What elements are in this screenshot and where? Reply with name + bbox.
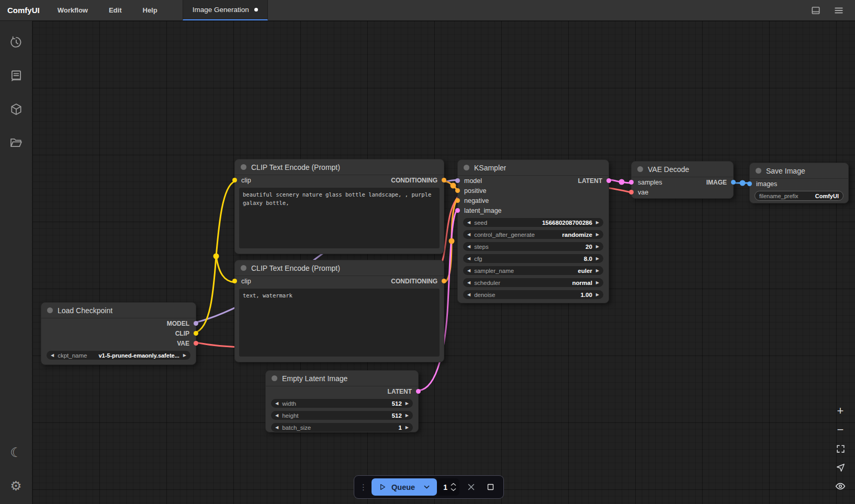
- node-clip-text-encode-negative[interactable]: CLIP Text Encode (Prompt) clip CONDITION…: [234, 260, 444, 362]
- node-header[interactable]: Empty Latent Image: [266, 371, 418, 386]
- reroute-dot-image[interactable]: [740, 180, 746, 186]
- increment-arrow-icon[interactable]: ▶: [406, 426, 409, 430]
- widget-filename-prefix[interactable]: filename_prefix ComfyUI: [755, 191, 843, 201]
- node-header[interactable]: Save Image: [750, 163, 848, 179]
- increment-arrow-icon[interactable]: ▶: [596, 221, 599, 225]
- node-canvas[interactable]: Load Checkpoint MODEL CLIP VAE ◀ ckpt_na…: [32, 21, 855, 504]
- decrement-arrow-icon[interactable]: ◀: [275, 414, 278, 418]
- negative-prompt-textarea[interactable]: text, watermark: [239, 289, 440, 357]
- input-slot-negative[interactable]: [455, 198, 460, 203]
- node-header[interactable]: KSampler: [458, 160, 609, 176]
- increment-arrow-icon[interactable]: ▶: [596, 245, 599, 249]
- decrement-arrow-icon[interactable]: ◀: [275, 426, 278, 430]
- model-library-icon[interactable]: [4, 97, 28, 121]
- decrement-arrow-icon[interactable]: ◀: [467, 269, 470, 273]
- widget-width[interactable]: ◀ width 512 ▶: [271, 398, 413, 408]
- stop-interrupt-icon[interactable]: [483, 480, 498, 495]
- node-load-checkpoint[interactable]: Load Checkpoint MODEL CLIP VAE ◀ ckpt_na…: [41, 302, 196, 365]
- clear-queue-icon[interactable]: [464, 480, 479, 495]
- input-slot-images[interactable]: [747, 181, 752, 186]
- input-slot-latent-image[interactable]: [455, 208, 460, 213]
- decrement-arrow-icon[interactable]: ◀: [467, 281, 470, 285]
- node-library-icon[interactable]: [4, 64, 28, 88]
- collapse-dot[interactable]: [241, 164, 246, 170]
- output-slot-latent[interactable]: [606, 178, 611, 183]
- output-slot-image[interactable]: [731, 180, 736, 185]
- hamburger-menu-icon[interactable]: [830, 3, 848, 18]
- widget-denoise[interactable]: ◀ denoise 1.00 ▶: [463, 290, 604, 300]
- increment-arrow-icon[interactable]: ▶: [406, 414, 409, 418]
- increment-arrow-icon[interactable]: ▶: [183, 353, 186, 358]
- select-mode-arrow-icon[interactable]: [833, 460, 848, 475]
- collapse-dot[interactable]: [637, 166, 643, 172]
- decrement-arrow-icon[interactable]: ◀: [51, 353, 54, 358]
- batch-count-input[interactable]: 1: [437, 478, 459, 496]
- fit-view-icon[interactable]: [833, 441, 848, 456]
- input-slot-samples[interactable]: [629, 180, 634, 185]
- widget-steps[interactable]: ◀ steps 20 ▶: [463, 242, 604, 251]
- widget-sampler-name[interactable]: ◀ sampler_name euler ▶: [463, 266, 604, 276]
- collapse-dot[interactable]: [756, 168, 761, 174]
- widget-ckpt-name[interactable]: ◀ ckpt_name v1-5-pruned-emaonly.safete..…: [46, 350, 191, 360]
- widget-cfg[interactable]: ◀ cfg 8.0 ▶: [463, 254, 604, 264]
- input-slot-positive[interactable]: [455, 188, 460, 193]
- widget-control-after-generate[interactable]: ◀ control_after_generate randomize ▶: [463, 230, 604, 239]
- drag-handle-icon[interactable]: ⋮: [359, 483, 367, 492]
- menu-edit[interactable]: Edit: [98, 0, 132, 20]
- reroute-dot-latent[interactable]: [619, 179, 625, 185]
- collapse-dot[interactable]: [47, 307, 53, 313]
- menu-help[interactable]: Help: [132, 0, 168, 20]
- widget-batch-size[interactable]: ◀ batch_size 1 ▶: [271, 422, 413, 432]
- decrement-arrow-icon[interactable]: ◀: [275, 402, 278, 406]
- toggle-visibility-eye-icon[interactable]: [833, 479, 848, 494]
- collapse-dot[interactable]: [241, 265, 246, 271]
- zoom-in-icon[interactable]: +: [833, 404, 848, 418]
- theme-toggle-moon-icon[interactable]: ☾: [4, 440, 28, 464]
- menu-workflow[interactable]: Workflow: [47, 0, 98, 20]
- output-slot-conditioning[interactable]: [442, 279, 446, 283]
- increment-arrow-icon[interactable]: ▶: [596, 281, 599, 285]
- queue-history-icon[interactable]: [4, 30, 28, 54]
- workflows-folder-icon[interactable]: [4, 131, 28, 155]
- widget-scheduler[interactable]: ◀ scheduler normal ▶: [463, 278, 604, 288]
- bottom-panel-toggle-icon[interactable]: [807, 3, 825, 18]
- node-header[interactable]: CLIP Text Encode (Prompt): [235, 260, 444, 276]
- input-slot-clip[interactable]: [232, 178, 237, 182]
- input-slot-model[interactable]: [455, 178, 460, 183]
- positive-prompt-textarea[interactable]: beautiful scenery nature glass bottle la…: [239, 188, 440, 248]
- reroute-dot-negative[interactable]: [449, 238, 455, 244]
- node-header[interactable]: VAE Decode: [632, 162, 733, 177]
- decrement-arrow-icon[interactable]: ◀: [467, 245, 470, 249]
- decrement-arrow-icon[interactable]: ◀: [467, 233, 470, 237]
- output-slot-clip[interactable]: [194, 331, 198, 336]
- output-slot-latent[interactable]: [416, 389, 421, 394]
- step-down-icon[interactable]: [451, 488, 456, 491]
- settings-gear-icon[interactable]: ⚙: [4, 474, 28, 498]
- node-save-image[interactable]: Save Image images filename_prefix ComfyU…: [749, 163, 849, 203]
- node-empty-latent-image[interactable]: Empty Latent Image LATENT ◀ width 512 ▶ …: [265, 370, 419, 432]
- widget-height[interactable]: ◀ height 512 ▶: [271, 410, 413, 420]
- tab-image-generation[interactable]: Image Generation: [183, 0, 268, 20]
- collapse-dot[interactable]: [272, 375, 277, 381]
- decrement-arrow-icon[interactable]: ◀: [467, 221, 470, 225]
- output-slot-vae[interactable]: [194, 341, 198, 346]
- widget-seed[interactable]: ◀ seed 156680208700286 ▶: [463, 217, 604, 227]
- input-slot-clip[interactable]: [232, 279, 237, 283]
- increment-arrow-icon[interactable]: ▶: [596, 269, 599, 273]
- decrement-arrow-icon[interactable]: ◀: [467, 293, 470, 297]
- node-vae-decode[interactable]: VAE Decode samples IMAGE vae: [631, 161, 734, 199]
- node-header[interactable]: CLIP Text Encode (Prompt): [235, 159, 444, 175]
- chevron-down-icon[interactable]: [423, 483, 431, 491]
- queue-button[interactable]: Queue: [372, 478, 437, 496]
- node-clip-text-encode-positive[interactable]: CLIP Text Encode (Prompt) clip CONDITION…: [234, 159, 444, 254]
- increment-arrow-icon[interactable]: ▶: [596, 257, 599, 261]
- reroute-dot-clip[interactable]: [213, 254, 219, 259]
- output-slot-conditioning[interactable]: [442, 178, 446, 182]
- reroute-dot-positive[interactable]: [451, 183, 456, 189]
- node-ksampler[interactable]: KSampler model LATENT positive negative …: [457, 159, 609, 303]
- increment-arrow-icon[interactable]: ▶: [596, 293, 599, 297]
- increment-arrow-icon[interactable]: ▶: [406, 402, 409, 406]
- collapse-dot[interactable]: [464, 165, 469, 170]
- step-up-icon[interactable]: [451, 483, 456, 486]
- input-slot-vae[interactable]: [629, 190, 634, 194]
